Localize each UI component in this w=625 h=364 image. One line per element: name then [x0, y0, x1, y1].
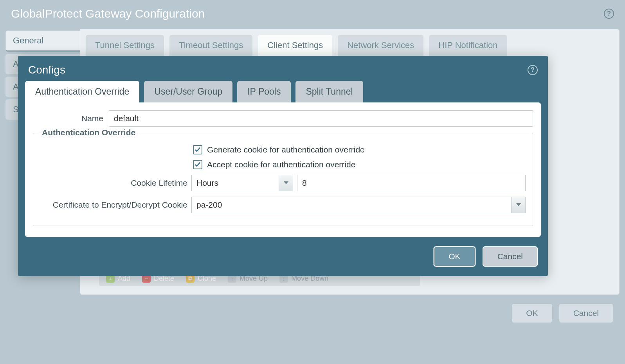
help-icon[interactable]: ?	[528, 65, 538, 75]
cert-value: pa-200	[192, 200, 511, 210]
tab-network-services[interactable]: Network Services	[338, 35, 423, 56]
tab-client-settings[interactable]: Client Settings	[258, 35, 332, 56]
generate-cookie-checkbox[interactable]	[193, 145, 202, 154]
ok-button[interactable]: OK	[512, 303, 552, 323]
top-tabs: Tunnel Settings Timeout Settings Client …	[86, 35, 614, 56]
cookie-lifetime-value-field[interactable]	[297, 175, 526, 191]
cookie-lifetime-unit-value: Hours	[192, 178, 279, 188]
modal-footer: OK Cancel	[18, 237, 548, 267]
name-row: Name	[33, 110, 533, 127]
cookie-lifetime-label: Cookie Lifetime	[40, 178, 187, 188]
modal-header: Configs ?	[18, 56, 548, 81]
cancel-button[interactable]: Cancel	[483, 246, 538, 267]
cert-row: Certificate to Encrypt/Decrypt Cookie pa…	[40, 197, 526, 213]
modal-title: Configs	[28, 64, 65, 76]
name-field[interactable]	[109, 110, 533, 127]
cert-label: Certificate to Encrypt/Decrypt Cookie	[40, 200, 187, 210]
accept-cookie-label: Accept cookie for authentication overrid…	[207, 160, 355, 169]
cookie-lifetime-unit-select[interactable]: Hours	[191, 175, 293, 191]
tab-ip-pools[interactable]: IP Pools	[237, 81, 291, 102]
cookie-lifetime-row: Cookie Lifetime Hours	[40, 175, 526, 191]
checkmark-icon	[194, 146, 201, 153]
modal-tabs: Authentication Override User/User Group …	[18, 81, 548, 102]
help-icon[interactable]: ?	[604, 9, 614, 19]
tab-hip-notification[interactable]: HIP Notification	[429, 35, 507, 56]
tab-auth-override[interactable]: Authentication Override	[25, 81, 139, 102]
chevron-down-icon	[279, 175, 293, 191]
tab-split-tunnel[interactable]: Split Tunnel	[295, 81, 363, 102]
modal-content: Name Authentication Override Generate co…	[25, 102, 541, 237]
outer-footer: OK Cancel	[0, 295, 625, 323]
auth-override-fieldset: Authentication Override Generate cookie …	[33, 133, 533, 226]
tab-timeout-settings[interactable]: Timeout Settings	[169, 35, 252, 56]
ok-button[interactable]: OK	[434, 246, 475, 267]
tab-user-group[interactable]: User/User Group	[144, 81, 232, 102]
accept-cookie-checkbox[interactable]	[193, 160, 202, 169]
generate-cookie-row: Generate cookie for authentication overr…	[193, 145, 526, 154]
tab-tunnel-settings[interactable]: Tunnel Settings	[86, 35, 164, 56]
name-label: Name	[33, 114, 103, 123]
configs-dialog: Configs ? Authentication Override User/U…	[18, 56, 548, 276]
sidebar-item-general[interactable]: General	[5, 30, 80, 52]
accept-cookie-row: Accept cookie for authentication overrid…	[193, 160, 526, 169]
chevron-down-icon	[511, 197, 525, 213]
page-title: GlobalProtect Gateway Configuration	[11, 7, 205, 20]
cert-select[interactable]: pa-200	[191, 197, 526, 213]
checkmark-icon	[194, 161, 201, 168]
outer-header: GlobalProtect Gateway Configuration ?	[0, 0, 625, 29]
generate-cookie-label: Generate cookie for authentication overr…	[207, 145, 365, 154]
cancel-button[interactable]: Cancel	[559, 303, 613, 323]
fieldset-legend: Authentication Override	[39, 128, 139, 137]
